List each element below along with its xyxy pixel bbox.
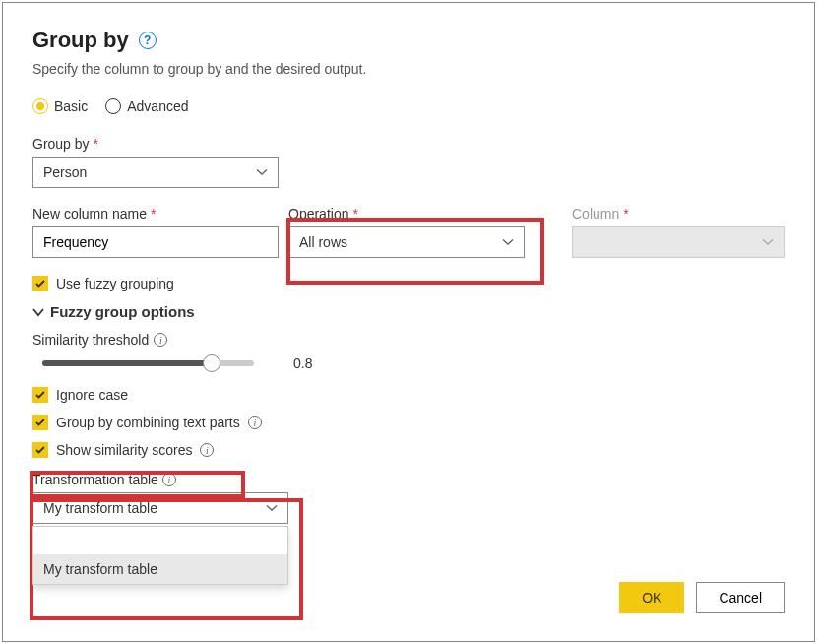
combine-text-checkbox-row[interactable]: Group by combining text parts i [32,415,785,430]
dialog-subtitle: Specify the column to group by and the d… [32,61,785,77]
group-by-select[interactable]: Person [32,157,279,188]
info-icon[interactable]: i [248,416,262,429]
radio-icon [32,98,48,114]
column-select [572,226,785,258]
threshold-value: 0.8 [293,355,312,371]
ok-button[interactable]: OK [619,582,684,613]
new-column-input[interactable] [32,226,279,258]
group-by-value: Person [43,164,87,180]
show-scores-checkbox-row[interactable]: Show similarity scores i [32,442,785,458]
chevron-down-icon [32,307,44,317]
help-icon[interactable]: ? [139,32,157,49]
highlight-annotation [30,471,245,498]
highlight-annotation [286,218,544,285]
ignore-case-checkbox-row[interactable]: Ignore case [32,387,785,403]
combine-text-label: Group by combining text parts [56,415,240,430]
mode-radio-group: Basic Advanced [32,98,785,114]
radio-advanced[interactable]: Advanced [105,98,188,114]
new-column-label: New column name* [32,206,288,222]
column-label: Column* [572,206,785,222]
info-icon[interactable]: i [200,443,214,457]
dialog-title: Group by [32,28,129,53]
radio-basic-label: Basic [54,98,88,114]
group-by-dialog: Group by ? Specify the column to group b… [2,2,815,642]
chevron-down-icon [762,238,774,246]
checkbox-icon [32,442,48,458]
checkbox-icon [32,387,48,403]
checkbox-icon [32,276,48,291]
chevron-down-icon [256,168,268,176]
ignore-case-label: Ignore case [56,387,128,403]
checkbox-icon [32,415,48,430]
fuzzy-grouping-label: Use fuzzy grouping [56,276,174,291]
radio-basic[interactable]: Basic [32,98,88,114]
cancel-button[interactable]: Cancel [696,582,785,613]
slider-thumb[interactable] [203,354,220,372]
group-by-label: Group by* [32,136,785,152]
dropdown-blank-item[interactable] [33,527,287,554]
fuzzy-options-header[interactable]: Fuzzy group options [32,303,785,320]
threshold-slider[interactable] [42,360,254,366]
threshold-label: Similarity threshold i [32,332,785,348]
show-scores-label: Show similarity scores [56,442,192,458]
info-icon[interactable]: i [154,333,167,347]
radio-advanced-label: Advanced [127,98,188,114]
dropdown-item[interactable]: My transform table [33,554,287,584]
transform-dropdown: My transform table [32,526,288,585]
radio-icon [105,98,121,114]
